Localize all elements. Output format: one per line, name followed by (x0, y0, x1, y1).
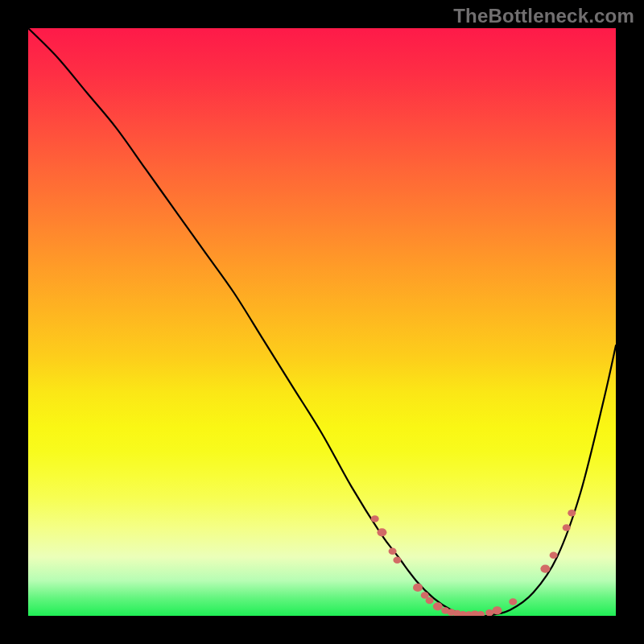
gradient-background (28, 28, 616, 616)
watermark-text: TheBottleneck.com (453, 5, 634, 27)
plot-area (28, 28, 616, 616)
chart-frame: TheBottleneck.com (0, 0, 644, 644)
